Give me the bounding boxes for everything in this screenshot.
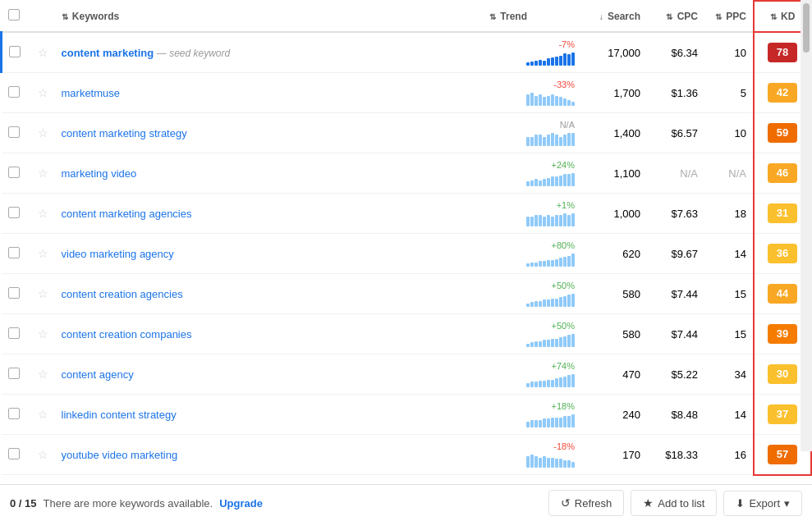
- trend-bars: [526, 51, 575, 66]
- favorite-star-icon[interactable]: ☆: [38, 167, 48, 180]
- search-volume: 580: [622, 288, 640, 300]
- row-search-cell: 170: [581, 435, 647, 475]
- row-checkbox[interactable]: [8, 327, 20, 339]
- favorite-star-icon[interactable]: ☆: [38, 126, 48, 139]
- header-cpc[interactable]: ⇅ CPC: [647, 1, 704, 32]
- row-ppc-cell: 34: [704, 354, 754, 395]
- row-checkbox[interactable]: [8, 86, 20, 98]
- keyword-link[interactable]: content creation agencies: [62, 288, 183, 300]
- row-trend-cell: -7%: [483, 32, 581, 73]
- favorite-star-icon[interactable]: ☆: [38, 327, 48, 340]
- upgrade-link[interactable]: Upgrade: [219, 497, 263, 510]
- favorite-star-icon[interactable]: ☆: [38, 408, 48, 421]
- keyword-link[interactable]: content agency: [62, 368, 134, 381]
- mini-bar: [539, 261, 542, 267]
- mini-bar: [539, 301, 542, 307]
- row-checkbox-cell: [2, 32, 31, 73]
- favorite-star-icon[interactable]: ☆: [38, 86, 48, 99]
- row-cpc-cell: N/A: [647, 153, 704, 194]
- row-checkbox[interactable]: [8, 448, 20, 459]
- header-trend[interactable]: ⇅ Trend: [483, 1, 581, 32]
- mini-bar: [526, 422, 530, 427]
- row-checkbox[interactable]: [9, 46, 21, 57]
- mini-bar: [563, 174, 567, 186]
- mini-bar: [563, 98, 567, 106]
- mini-bar: [559, 418, 562, 427]
- mini-bar: [571, 254, 575, 267]
- keyword-link[interactable]: marketing video: [62, 167, 137, 180]
- row-checkbox[interactable]: [8, 167, 20, 178]
- header-keywords[interactable]: ⇅ Keywords: [55, 1, 484, 32]
- favorite-star-icon[interactable]: ☆: [38, 368, 48, 381]
- keyword-link[interactable]: marketmuse: [62, 87, 121, 99]
- keyword-link[interactable]: linkedin content strategy: [62, 409, 177, 421]
- row-checkbox[interactable]: [8, 408, 20, 419]
- export-icon: ⬇: [736, 497, 745, 510]
- mini-bar: [539, 181, 542, 186]
- row-search-cell: 1,700: [581, 73, 647, 113]
- mini-bar: [571, 173, 575, 186]
- row-ppc-cell: N/A: [704, 153, 754, 194]
- row-ppc-cell: 10: [704, 113, 754, 153]
- favorite-star-icon[interactable]: ☆: [38, 247, 48, 260]
- trend-bars: [526, 212, 575, 226]
- favorite-star-icon[interactable]: ☆: [38, 448, 48, 461]
- table-row: ☆content marketing — seed keyword-7%17,0…: [2, 32, 812, 73]
- scrollbar-thumb[interactable]: [803, 3, 810, 53]
- mini-bar: [547, 418, 550, 427]
- favorite-star-icon[interactable]: ☆: [38, 207, 48, 220]
- row-checkbox[interactable]: [8, 126, 20, 138]
- cpc-value: $18.33: [665, 449, 698, 461]
- row-checkbox[interactable]: [8, 247, 20, 258]
- mini-bar: [526, 62, 530, 66]
- trend-bars: [526, 453, 575, 468]
- row-trend-cell: +50%: [483, 314, 581, 354]
- row-star-cell: ☆: [31, 113, 55, 153]
- table-row: ☆marketmuse-33%1,700$1.36542: [2, 73, 812, 113]
- refresh-icon: ↺: [561, 496, 571, 510]
- export-button[interactable]: ⬇ Export ▾: [723, 491, 802, 516]
- header-search[interactable]: ↓ Search: [581, 1, 647, 32]
- add-to-list-button[interactable]: ★ Add to list: [631, 490, 717, 516]
- keyword-link[interactable]: content marketing strategy: [62, 127, 187, 139]
- row-search-cell: 1,100: [581, 153, 647, 194]
- keyword-link[interactable]: content marketing — seed keyword: [62, 47, 231, 59]
- mini-bar: [534, 456, 538, 468]
- keyword-link[interactable]: video marketing agency: [62, 248, 174, 260]
- mini-bar: [563, 135, 567, 146]
- mini-bar: [567, 256, 571, 267]
- mini-bar: [530, 420, 534, 427]
- keyword-link[interactable]: content creation companies: [62, 328, 192, 340]
- keyword-link[interactable]: content marketing agencies: [62, 208, 192, 220]
- mini-bar: [551, 260, 554, 267]
- mini-bar: [555, 176, 558, 186]
- row-checkbox[interactable]: [8, 207, 20, 218]
- mini-bar: [547, 299, 550, 307]
- sort-arrow-search: ↓: [599, 12, 603, 21]
- favorite-star-icon[interactable]: ☆: [38, 287, 48, 300]
- row-checkbox[interactable]: [8, 287, 20, 299]
- row-checkbox[interactable]: [8, 368, 20, 379]
- favorite-star-icon[interactable]: ☆: [38, 46, 48, 59]
- row-checkbox-cell: [2, 113, 31, 153]
- row-ppc-cell: 10: [704, 32, 754, 73]
- trend-percent: N/A: [560, 120, 575, 130]
- mini-bar: [530, 137, 534, 146]
- header-ppc[interactable]: ⇅ PPC: [704, 1, 754, 32]
- mini-bar: [530, 455, 534, 468]
- mini-bar: [547, 215, 550, 226]
- mini-bar: [559, 258, 562, 267]
- mini-bar: [530, 342, 534, 347]
- select-all-checkbox[interactable]: [8, 9, 20, 21]
- refresh-button[interactable]: ↺ Refresh: [548, 490, 625, 516]
- mini-bar: [543, 418, 546, 427]
- mini-bar: [551, 133, 554, 146]
- cpc-value: $6.57: [671, 127, 698, 139]
- mini-bar: [539, 94, 542, 106]
- row-search-cell: 580: [581, 274, 647, 314]
- mini-bar: [543, 137, 546, 146]
- keyword-link[interactable]: youtube video marketing: [62, 449, 178, 461]
- scrollbar[interactable]: [801, 0, 812, 451]
- ppc-value: 14: [735, 409, 746, 421]
- mini-bar: [526, 344, 530, 347]
